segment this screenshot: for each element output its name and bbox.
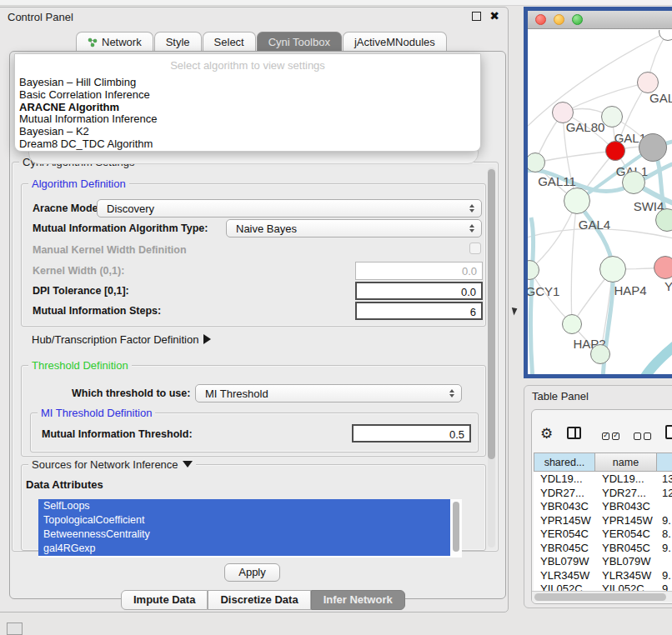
table-cell: YDL19... [534, 472, 595, 486]
document-icon[interactable] [665, 425, 672, 439]
tab-network[interactable]: Network [76, 32, 153, 52]
data-attribute-item[interactable]: gal4RGexp [38, 542, 450, 556]
mi-threshold-label: Mutual Information Threshold: [42, 428, 193, 440]
algorithm-dropdown-placeholder: Select algorithm to view settings [15, 54, 480, 77]
network-node[interactable] [590, 344, 610, 364]
algorithm-option[interactable]: Basic Correlation Inference [15, 89, 480, 102]
table-row[interactable]: YDR27...YDR27...12 [534, 486, 672, 500]
apply-button[interactable]: Apply [224, 563, 280, 582]
network-node-y[interactable] [654, 256, 672, 279]
table-cell: YBR045C [534, 541, 595, 555]
network-node-hap4[interactable] [599, 256, 626, 282]
select-all-checkboxes-icon[interactable] [602, 428, 622, 443]
data-attribute-item[interactable]: TopologicalCoefficient [38, 513, 450, 528]
table-row[interactable]: YBL079WYBL079W [534, 554, 672, 568]
tab-infer-network[interactable]: Infer Network [311, 590, 405, 610]
table-body[interactable]: YDL19...YDL19...13YDR27...YDR27...12YBR0… [534, 472, 672, 591]
network-node-hap2[interactable] [562, 314, 582, 334]
close-traffic-light-icon[interactable] [535, 14, 546, 25]
tab-cyni-toolbox[interactable]: Cyni Toolbox [257, 32, 342, 52]
table-row[interactable]: YLR345WYLR345W9. [534, 568, 672, 582]
tab-style[interactable]: Style [154, 32, 202, 52]
table-cell [657, 499, 672, 513]
mi-algorithm-type-label: Mutual Information Algorithm Type: [33, 222, 208, 234]
sources-group: Sources for Network Inference Data Attri… [21, 464, 486, 551]
table-cell: 8. [657, 527, 672, 541]
dpi-tolerance-input[interactable]: 0.0 [355, 282, 483, 300]
table-panel-body: ⚙ shared... name YDL19...YDL19...13YDR27… [531, 409, 672, 604]
network-node[interactable] [655, 208, 672, 232]
tab-impute-data[interactable]: Impute Data [121, 590, 208, 610]
table-row[interactable]: YDL19...YDL19...13 [534, 472, 672, 486]
manual-kernel-width-checkbox[interactable] [469, 242, 481, 254]
table-row[interactable]: YPR145WYPR145W9. [534, 513, 672, 528]
hub-definition-expander[interactable]: Hub/Transcription Factor Definition [32, 333, 211, 346]
network-node-swi4[interactable] [622, 171, 645, 194]
table-cell: YDR27... [595, 486, 657, 500]
algorithm-option[interactable]: Bayesian – K2 [15, 126, 480, 138]
table-horizontal-scrollbar[interactable] [532, 591, 672, 602]
algorithm-definition-group: Algorithm Definition Aracne Mode: Discov… [21, 183, 486, 327]
table-cell: YDL19... [595, 472, 657, 486]
close-icon[interactable]: ✖ [489, 9, 499, 22]
minimize-traffic-light-icon[interactable] [554, 14, 564, 25]
combo-value: Discovery [107, 202, 154, 215]
table-row[interactable]: YBR045CYBR045C9. [534, 541, 672, 555]
table-row[interactable]: YIL052CYIL052C9 [534, 582, 672, 591]
table-cell: YPR145W [534, 513, 595, 528]
control-panel-window: Control Panel ✖ Network Style Select Cyn… [0, 7, 509, 612]
mi-steps-label: Mutual Information Steps: [33, 305, 161, 317]
algorithm-option[interactable]: Bayesian – Hill Climbing [15, 77, 480, 89]
network-window-titlebar[interactable] [528, 11, 672, 29]
table-cell: YBL079W [595, 554, 657, 568]
settings-scrollbar[interactable] [488, 168, 495, 548]
tab-label: Cyni Toolbox [268, 36, 330, 48]
column-header-name[interactable]: name [595, 452, 657, 472]
table-cell: YER054C [595, 527, 657, 541]
network-node-gal4[interactable] [564, 188, 590, 214]
algorithm-option[interactable]: Mutual Information Inference [15, 113, 480, 126]
mi-threshold-input[interactable]: 0.5 [352, 424, 471, 442]
column-header-partial[interactable] [657, 452, 672, 472]
table-row[interactable]: YBR043CYBR043C [534, 499, 672, 513]
gear-icon[interactable]: ⚙ [540, 425, 553, 442]
attributes-scrollbar[interactable] [450, 499, 462, 558]
network-node-gal10[interactable] [601, 106, 623, 128]
aracne-mode-combo[interactable]: Discovery [97, 199, 482, 218]
which-threshold-combo[interactable]: MI Threshold [195, 384, 462, 402]
column-header-shared[interactable]: shared... [534, 452, 595, 472]
network-node[interactable] [639, 133, 667, 162]
table-row[interactable]: YER054CYER054C8. [534, 527, 672, 541]
mi-steps-input[interactable]: 6 [355, 302, 483, 320]
float-icon[interactable] [472, 12, 481, 21]
sources-title: Sources for Network Inference [32, 458, 178, 471]
algorithm-options: Bayesian – Hill ClimbingBasic Correlatio… [15, 77, 480, 151]
expand-down-icon [183, 461, 193, 468]
data-attribute-item[interactable]: BetweennessCentrality [38, 528, 450, 542]
deselect-all-checkboxes-icon[interactable] [634, 428, 654, 443]
tab-discretize-data[interactable]: Discretize Data [208, 590, 310, 610]
control-panel-title: Control Panel [8, 11, 73, 23]
combo-arrows-icon [449, 389, 454, 398]
network-node-gal1[interactable] [605, 141, 625, 161]
tab-label: Network [102, 36, 142, 48]
tab-select[interactable]: Select [203, 32, 256, 52]
kernel-width-input[interactable]: 0.0 [355, 262, 483, 280]
dpi-tolerance-label: DPI Tolerance [0,1]: [33, 285, 129, 297]
data-attribute-item[interactable]: SelfLoops [38, 499, 450, 513]
zoom-traffic-light-icon[interactable] [572, 14, 583, 25]
tab-jactivemnodules[interactable]: jActiveMNodules [343, 32, 447, 52]
algorithm-option[interactable]: Dream8 DC_TDC Algorithm [15, 138, 480, 151]
bottom-tabbar: Impute Data Discretize Data Infer Networ… [121, 590, 405, 610]
control-panel-tabbar: Network Style Select Cyni Toolbox jActiv… [76, 32, 448, 52]
panel-grip-icon[interactable] [7, 622, 23, 635]
columns-icon[interactable] [567, 427, 581, 439]
network-canvas[interactable]: GALGAL80GAL10GAL1GAL11SWI4GAL4GCY1HAP4YH… [528, 30, 672, 374]
table-cell: 9. [657, 568, 672, 582]
algorithm-option[interactable]: ARACNE Algorithm [15, 102, 480, 114]
kernel-width-label: Kernel Width (0,1): [33, 265, 124, 277]
mi-algorithm-type-combo[interactable]: Naive Bayes [226, 219, 482, 238]
sources-expander[interactable]: Sources for Network Inference [28, 458, 196, 471]
network-node-label: GAL11 [538, 174, 576, 188]
aracne-mode-label: Aracne Mode: [33, 202, 102, 214]
